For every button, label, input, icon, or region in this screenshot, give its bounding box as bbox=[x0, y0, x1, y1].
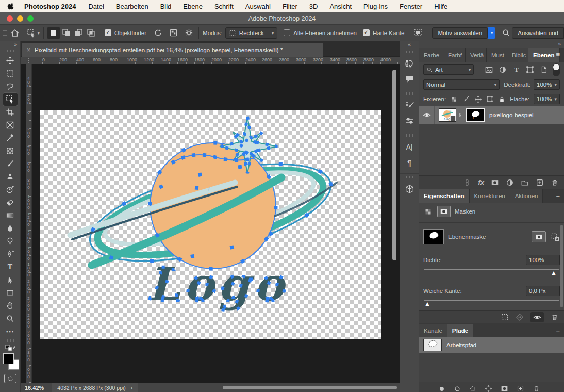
type-tool[interactable]: T bbox=[3, 260, 18, 273]
filter-type-layers-icon[interactable]: T bbox=[511, 65, 521, 75]
tools-expand-icon[interactable]: » bbox=[0, 41, 20, 48]
tab-verlaeufe[interactable]: Verlä bbox=[466, 48, 487, 62]
selection-as-path-icon[interactable] bbox=[485, 385, 492, 392]
collapse-dock-icon[interactable]: « bbox=[400, 41, 419, 48]
layer-filter-toggle[interactable] bbox=[553, 63, 560, 76]
layer-row-selected[interactable]: Logo L pixellogo-bespiel bbox=[419, 106, 564, 124]
menu-item-datei[interactable]: Datei bbox=[88, 3, 104, 10]
blur-tool[interactable] bbox=[3, 222, 18, 235]
history-brush-tool[interactable] bbox=[3, 183, 18, 196]
clone-stamp-tool[interactable] bbox=[3, 170, 18, 183]
motiv-dropdown-button[interactable]: ▾ bbox=[488, 27, 495, 39]
filter-smart-objects-icon[interactable] bbox=[539, 65, 549, 75]
options-bar-grip[interactable] bbox=[3, 29, 7, 37]
history-panel-icon[interactable] bbox=[403, 56, 416, 71]
healing-brush-tool[interactable] bbox=[3, 144, 18, 157]
search-icon[interactable] bbox=[500, 27, 512, 39]
tool-preset-chevron-icon[interactable]: ▾ bbox=[38, 30, 40, 36]
character-panel-icon[interactable]: A| bbox=[403, 139, 416, 155]
object-selection-tool-icon[interactable] bbox=[25, 27, 38, 39]
gradient-tool[interactable] bbox=[3, 209, 18, 222]
lock-artboard-icon[interactable] bbox=[486, 94, 494, 104]
vertical-scrollbar[interactable] bbox=[392, 70, 396, 260]
new-selection-mode-button[interactable] bbox=[47, 27, 60, 39]
menu-item-ansicht[interactable]: Ansicht bbox=[329, 3, 352, 10]
doc-info-chevron-icon[interactable]: › bbox=[131, 383, 133, 392]
flaeche-select[interactable]: 100% ▾ bbox=[534, 94, 560, 104]
dock-grip[interactable] bbox=[405, 92, 414, 95]
layer-mask-thumbnail[interactable]: L bbox=[466, 108, 485, 122]
menu-item-bearbeiten[interactable]: Bearbeiten bbox=[116, 3, 148, 10]
mask-properties-icon[interactable] bbox=[437, 206, 451, 217]
brushes-panel-icon[interactable] bbox=[403, 113, 416, 128]
weiche-kante-field[interactable]: 0,0 Px bbox=[526, 286, 560, 296]
filter-adjustment-layers-icon[interactable] bbox=[498, 65, 508, 75]
tab-eigenschaften[interactable]: Eigenschaften bbox=[419, 189, 470, 203]
crop-tool[interactable] bbox=[3, 106, 18, 119]
layer-name[interactable]: pixellogo-bespiel bbox=[489, 112, 534, 118]
new-layer-icon[interactable] bbox=[536, 178, 544, 187]
menu-item-schrift[interactable]: Schrift bbox=[214, 3, 234, 10]
disable-mask-icon[interactable] bbox=[530, 312, 544, 322]
layer-visibility-toggle[interactable] bbox=[419, 106, 435, 124]
menu-item-plugins[interactable]: Plug-ins bbox=[363, 3, 388, 10]
marquee-tool[interactable] bbox=[3, 67, 18, 80]
pixel-layer-properties-icon[interactable] bbox=[423, 207, 433, 217]
frame-tool[interactable] bbox=[3, 119, 18, 132]
tab-korrekturen[interactable]: Korrekturen bbox=[470, 189, 510, 203]
dock-grip[interactable] bbox=[405, 176, 414, 178]
vertical-ruler[interactable]: 400 200 0 200 400 600 800 1000 1200 1400… bbox=[26, 64, 32, 383]
dichte-slider[interactable]: ▲ bbox=[424, 268, 559, 275]
foreground-color-swatch[interactable] bbox=[3, 353, 14, 364]
path-row-selected[interactable]: Arbeitspfad bbox=[419, 337, 564, 353]
new-group-icon[interactable] bbox=[521, 178, 529, 187]
dodge-tool[interactable] bbox=[3, 235, 18, 248]
brush-settings-panel-icon[interactable] bbox=[403, 97, 416, 113]
add-to-selection-mode-button[interactable] bbox=[60, 27, 72, 39]
layer-thumbnail[interactable]: Logo bbox=[439, 108, 456, 122]
horizontal-scrollbar[interactable] bbox=[223, 386, 397, 389]
subtract-from-selection-mode-button[interactable] bbox=[72, 27, 85, 39]
hand-tool[interactable] bbox=[3, 299, 18, 312]
brush-tool[interactable] bbox=[3, 157, 18, 170]
deckkraft-select[interactable]: 100% ▾ bbox=[534, 79, 560, 90]
tab-farbfelder[interactable]: Farbf bbox=[443, 48, 466, 62]
modus-select[interactable]: Rechteck ▾ bbox=[225, 27, 277, 39]
eyedropper-tool[interactable] bbox=[3, 132, 18, 144]
intersect-selection-mode-button[interactable] bbox=[85, 27, 97, 39]
swap-colors-icon[interactable] bbox=[5, 344, 16, 351]
new-path-icon[interactable] bbox=[517, 385, 524, 392]
slider-thumb[interactable]: ▲ bbox=[551, 270, 557, 276]
alle-ebenen-checkbox[interactable] bbox=[284, 29, 290, 36]
new-adjustment-layer-icon[interactable] bbox=[506, 178, 514, 187]
lock-transparent-pixels-icon[interactable] bbox=[450, 94, 458, 104]
select-mask-button[interactable] bbox=[532, 231, 546, 242]
fill-path-icon[interactable] bbox=[438, 385, 445, 392]
layer-effects-icon[interactable]: fx bbox=[478, 178, 484, 186]
link-layers-icon[interactable] bbox=[463, 178, 471, 187]
menu-item-3d[interactable]: 3D bbox=[309, 3, 318, 10]
document-info[interactable]: 4032 Px x 2688 Px (300 ppi) › bbox=[52, 383, 138, 392]
motiv-auswaehlen-button[interactable]: Motiv auswählen bbox=[432, 27, 488, 39]
pen-tool[interactable] bbox=[3, 248, 18, 260]
expand-dock-icon[interactable]: » bbox=[419, 41, 564, 48]
add-layer-mask-icon[interactable] bbox=[491, 178, 499, 187]
quick-mask-button[interactable] bbox=[4, 374, 16, 383]
paragraph-panel-icon[interactable]: ¶ bbox=[403, 155, 416, 170]
apple-logo-icon[interactable] bbox=[7, 3, 15, 10]
layer-filter-select[interactable]: Art ▾ bbox=[423, 64, 474, 75]
refresh-icon[interactable] bbox=[152, 27, 164, 39]
horizontal-ruler[interactable]: 0 200 400 600 800 1000 1200 1400 1600 18… bbox=[21, 57, 400, 64]
panel-menu-icon[interactable]: ≡ bbox=[556, 51, 560, 58]
mask-to-selection-icon[interactable] bbox=[501, 313, 509, 321]
tab-pfade[interactable]: Pfade bbox=[447, 324, 473, 337]
path-thumbnail[interactable] bbox=[423, 339, 442, 351]
canvas-viewport[interactable]: 400 200 0 200 400 600 800 1000 1200 1400… bbox=[21, 64, 400, 383]
tab-aktionen[interactable]: Aktionen bbox=[510, 189, 543, 203]
3d-panel-icon[interactable] bbox=[403, 181, 416, 197]
home-icon[interactable] bbox=[9, 27, 21, 39]
comments-panel-icon[interactable] bbox=[403, 71, 416, 87]
objektfinder-checkbox[interactable]: ✓ bbox=[105, 29, 111, 36]
auswaehlen-und-maskieren-button[interactable]: Auswählen und bbox=[512, 27, 564, 39]
panel-scrollbar[interactable] bbox=[560, 225, 563, 307]
